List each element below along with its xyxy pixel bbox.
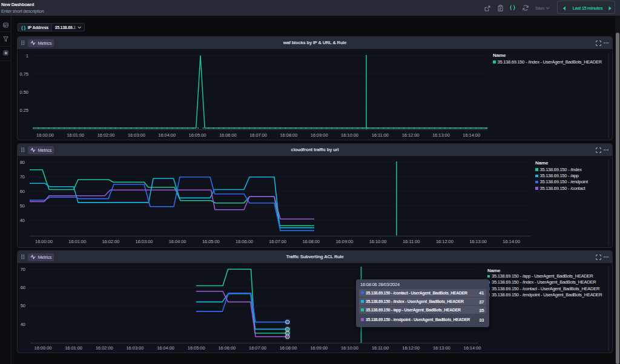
svg-text:16:07:00: 16:07:00 <box>269 239 286 244</box>
svg-text:16:03:00: 16:03:00 <box>128 132 145 138</box>
svg-text:16:00:00: 16:00:00 <box>35 239 53 244</box>
svg-text:16:11:00: 16:11:00 <box>372 345 389 351</box>
svg-text:16:09:00: 16:09:00 <box>336 239 354 244</box>
svg-text:0.75: 0.75 <box>19 71 28 77</box>
svg-text:16:06:00: 16:06:00 <box>218 345 236 351</box>
svg-text:16:05:00: 16:05:00 <box>189 132 206 138</box>
svg-text:16:02:00: 16:02:00 <box>96 345 113 351</box>
svg-text:16:05:00: 16:05:00 <box>188 345 205 351</box>
svg-text:16:10:00: 16:10:00 <box>341 345 358 351</box>
svg-text:16:03:00: 16:03:00 <box>136 239 153 244</box>
svg-text:60: 60 <box>21 285 25 290</box>
svg-text:70: 70 <box>20 174 25 180</box>
svg-text:16:01:00: 16:01:00 <box>67 132 84 138</box>
svg-text:16:00:00: 16:00:00 <box>35 345 52 351</box>
svg-text:16:01:00: 16:01:00 <box>68 239 86 244</box>
svg-text:16:11:00: 16:11:00 <box>372 132 389 138</box>
svg-text:16:05:00: 16:05:00 <box>202 239 220 244</box>
svg-text:16:04:00: 16:04:00 <box>169 239 186 244</box>
svg-text:16:13:00: 16:13:00 <box>433 345 450 351</box>
svg-text:16:09:00: 16:09:00 <box>311 132 328 138</box>
svg-text:60: 60 <box>20 189 25 194</box>
svg-text:16:13:00: 16:13:00 <box>432 132 450 138</box>
svg-text:16:06:00: 16:06:00 <box>236 239 253 244</box>
svg-text:16:03:00: 16:03:00 <box>127 345 144 351</box>
svg-text:0.50: 0.50 <box>19 89 28 95</box>
svg-text:16:13:00: 16:13:00 <box>469 239 487 244</box>
svg-text:80: 80 <box>20 160 25 165</box>
svg-text:16:06:00: 16:06:00 <box>219 132 237 138</box>
svg-text:16:08:00: 16:08:00 <box>302 239 320 244</box>
svg-text:50: 50 <box>21 303 25 308</box>
svg-text:16:04:00: 16:04:00 <box>158 132 176 138</box>
svg-text:16:07:00: 16:07:00 <box>249 132 267 138</box>
svg-text:16:08:00: 16:08:00 <box>280 132 298 138</box>
svg-text:16:12:00: 16:12:00 <box>402 345 420 351</box>
svg-text:70: 70 <box>21 267 25 272</box>
svg-text:16:02:00: 16:02:00 <box>97 132 115 138</box>
svg-text:16:04:00: 16:04:00 <box>157 345 174 351</box>
svg-text:16:09:00: 16:09:00 <box>310 345 328 351</box>
svg-text:16:12:00: 16:12:00 <box>436 239 453 244</box>
svg-text:16:02:00: 16:02:00 <box>102 239 119 244</box>
svg-text:0.25: 0.25 <box>19 108 28 113</box>
svg-text:16:00:00: 16:00:00 <box>36 132 54 138</box>
svg-text:16:12:00: 16:12:00 <box>402 132 420 138</box>
svg-text:16:08:00: 16:08:00 <box>280 345 297 351</box>
svg-text:16:07:00: 16:07:00 <box>249 345 266 351</box>
svg-text:40: 40 <box>21 322 25 327</box>
svg-text:16:01:00: 16:01:00 <box>65 345 82 351</box>
svg-text:16:11:00: 16:11:00 <box>403 239 420 244</box>
svg-text:16:10:00: 16:10:00 <box>369 239 387 244</box>
svg-text:16:14:00: 16:14:00 <box>503 239 520 244</box>
svg-text:16:10:00: 16:10:00 <box>341 132 358 138</box>
svg-text:16:14:00: 16:14:00 <box>463 132 480 138</box>
svg-text:40: 40 <box>20 218 25 223</box>
svg-text:16:14:00: 16:14:00 <box>464 345 481 351</box>
svg-text:50: 50 <box>20 203 25 209</box>
svg-text:1: 1 <box>26 53 28 59</box>
